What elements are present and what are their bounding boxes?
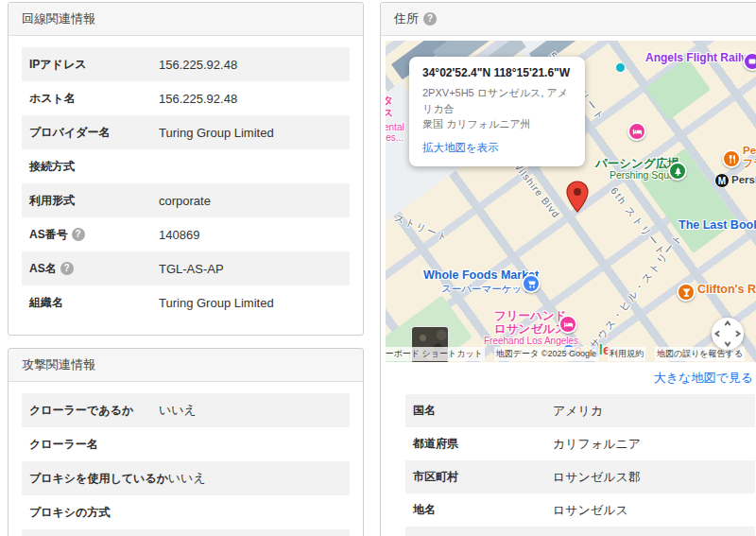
park-tree-icon[interactable]: [668, 162, 687, 181]
row-host-name: ホスト名 156.225.92.48: [22, 81, 350, 115]
row-label: プロキシの方式: [29, 505, 159, 521]
row-is-crawler: クローラーであるか いいえ: [22, 393, 350, 427]
row-label: 利用形式: [29, 193, 159, 209]
row-value: Turing Group Limited: [159, 296, 274, 310]
view-larger-map-link[interactable]: 拡大地図を表示: [422, 141, 499, 155]
row-label: IPアドレス: [29, 57, 159, 73]
map-marker-pin[interactable]: [566, 181, 589, 216]
open-large-map-link[interactable]: 大きな地図で見る: [654, 371, 753, 385]
attack-info-panel: 攻撃関連情報 クローラーであるか いいえ クローラー名 プロキシを使用しているか…: [8, 348, 364, 536]
help-icon[interactable]: ?: [423, 12, 437, 26]
row-label: ホスト名: [29, 91, 159, 107]
info-window-coordinates: 34°02'52.4"N 118°15'21.6"W: [422, 66, 572, 79]
row-label: 国名: [413, 403, 553, 419]
keyboard-shortcuts-link[interactable]: キーボード ショートカット: [386, 347, 485, 361]
row-proxy-type: プロキシの方式: [22, 495, 350, 529]
row-value: ロサンゼルス郡: [553, 469, 641, 486]
address-panel-header: 住所 ?: [381, 3, 756, 36]
address-panel: 住所 ? 5th ストリート 6th ストリート Wilshire Blvd サ…: [380, 2, 756, 536]
row-value: Turing Group Limited: [159, 126, 274, 140]
poi-supermarket[interactable]: スーパーマーケット: [441, 283, 532, 296]
row-value: TGL-AS-AP: [159, 262, 224, 276]
row-as-number: AS番号 ? 140869: [22, 217, 350, 251]
poi-pershing-station[interactable]: Persh: [731, 174, 756, 185]
row-as-name: AS名 ? TGL-AS-AP: [22, 251, 350, 285]
poi-last-bookstore[interactable]: The Last Bookst: [679, 218, 756, 232]
row-value: 156.225.92.48: [159, 58, 237, 72]
row-usage-type: 利用形式 corporate: [22, 183, 350, 217]
poi-per-fragment[interactable]: Per: [743, 145, 756, 156]
row-connection-type: 接続方式: [22, 149, 350, 183]
row-label: 市区町村: [413, 469, 553, 485]
poi-fra-fragment[interactable]: フラ: [743, 156, 756, 170]
row-label: AS番号 ?: [29, 227, 159, 243]
row-label: クローラーであるか: [29, 403, 159, 419]
poi-cliftons[interactable]: Clifton's Repub: [697, 283, 756, 296]
next-row-partial: [405, 527, 755, 536]
row-label: AS名 ?: [29, 261, 159, 277]
hotel-bed-icon[interactable]: [627, 122, 646, 141]
row-crawler-name: クローラー名: [22, 427, 350, 461]
row-place-name: 地名 ロサンゼルス: [405, 493, 755, 527]
row-label: クローラー名: [29, 437, 159, 453]
row-value: corporate: [159, 194, 211, 208]
network-panel-body: IPアドレス 156.225.92.48 ホスト名 156.225.92.48 …: [9, 36, 363, 335]
poi-cutoff-fragment: les...: [386, 132, 404, 143]
row-value: 156.225.92.48: [159, 92, 237, 106]
poi-angels-flight-railway[interactable]: Angels Flight Railway: [645, 51, 756, 64]
row-country: 国名 アメリカ: [405, 394, 755, 427]
row-city: 市区町村 ロサンゼルス郡: [405, 460, 755, 493]
row-label: プロバイダー名: [29, 125, 159, 141]
attack-panel-header: 攻撃関連情報: [9, 349, 363, 382]
row-value: いいえ: [159, 402, 197, 419]
pan-control[interactable]: [711, 317, 745, 354]
address-panel-title: 住所: [394, 10, 419, 27]
terms-link[interactable]: 利用規約: [608, 347, 645, 361]
row-organization-name: 組織名 Turing Group Limited: [22, 285, 350, 320]
next-row-partial: [22, 529, 350, 536]
row-value: 140869: [159, 228, 199, 242]
row-label-text: AS名: [29, 261, 57, 277]
address-panel-body: 5th ストリート 6th ストリート Wilshire Blvd サウス・ヒル…: [381, 36, 756, 536]
help-icon[interactable]: ?: [60, 262, 74, 275]
attack-panel-title: 攻撃関連情報: [22, 356, 95, 373]
row-value: カリフォルニア: [553, 436, 641, 453]
funicular-icon[interactable]: [743, 52, 756, 71]
view-larger-map-row: 大きな地図で見る: [381, 370, 753, 387]
hotel-bed-icon[interactable]: [558, 315, 577, 334]
row-label: 都道府県: [413, 436, 553, 452]
attack-panel-body: クローラーであるか いいえ クローラー名 プロキシを使用しているか いいえ プロ…: [9, 382, 363, 536]
network-panel-header: 回線関連情報: [9, 3, 363, 36]
metro-station-icon[interactable]: M: [714, 173, 730, 188]
grocery-cart-icon[interactable]: [522, 274, 541, 293]
row-value: いいえ: [168, 470, 206, 487]
network-panel-title: 回線関連情報: [22, 10, 95, 27]
map-attribution-bar: キーボード ショートカット 地図データ ©2025 Google 利用規約 地図…: [386, 347, 745, 361]
address-line-1: 2PXV+5H5 ロサンゼルス, アメリカ合: [422, 87, 568, 114]
restaurant-icon[interactable]: [722, 149, 741, 168]
row-label: 接続方式: [29, 159, 159, 175]
help-icon[interactable]: ?: [72, 228, 85, 241]
row-label: 地名: [413, 502, 553, 518]
row-provider-name: プロバイダー名 Turing Group Limited: [22, 115, 350, 149]
poi-cutoff-fragment: ス: [386, 106, 393, 120]
row-label-text: AS番号: [29, 227, 68, 243]
row-prefecture: 都道府県 カリフォルニア: [405, 427, 755, 460]
row-uses-proxy: プロキシを使用しているか いいえ: [22, 461, 350, 495]
row-value: ロサンゼルス: [553, 502, 628, 519]
address-line-2: 衆国 カリフォルニア州: [422, 118, 531, 130]
mini-marker-icon[interactable]: [615, 62, 626, 73]
poi-cutoff-fragment: ental: [386, 122, 404, 132]
map-data-copyright: 地図データ ©2025 Google: [494, 347, 598, 361]
row-label: 組織名: [29, 295, 159, 311]
row-label: プロキシを使用しているか: [29, 471, 168, 487]
row-value: アメリカ: [553, 403, 603, 420]
network-info-panel: 回線関連情報 IPアドレス 156.225.92.48 ホスト名 156.225…: [8, 2, 364, 336]
map-info-window: 34°02'52.4"N 118°15'21.6"W 2PXV+5H5 ロサンゼ…: [409, 57, 585, 166]
address-table: 国名 アメリカ 都道府県 カリフォルニア 市区町村 ロサンゼルス郡 地名 ロサン…: [405, 394, 755, 536]
google-map-embed[interactable]: 5th ストリート 6th ストリート Wilshire Blvd サウス・ヒル…: [386, 41, 756, 362]
row-ip-address: IPアドレス 156.225.92.48: [22, 47, 350, 81]
bar-martini-icon[interactable]: [677, 283, 696, 302]
info-window-address: 2PXV+5H5 ロサンゼルス, アメリカ合 衆国 カリフォルニア州: [422, 85, 572, 132]
